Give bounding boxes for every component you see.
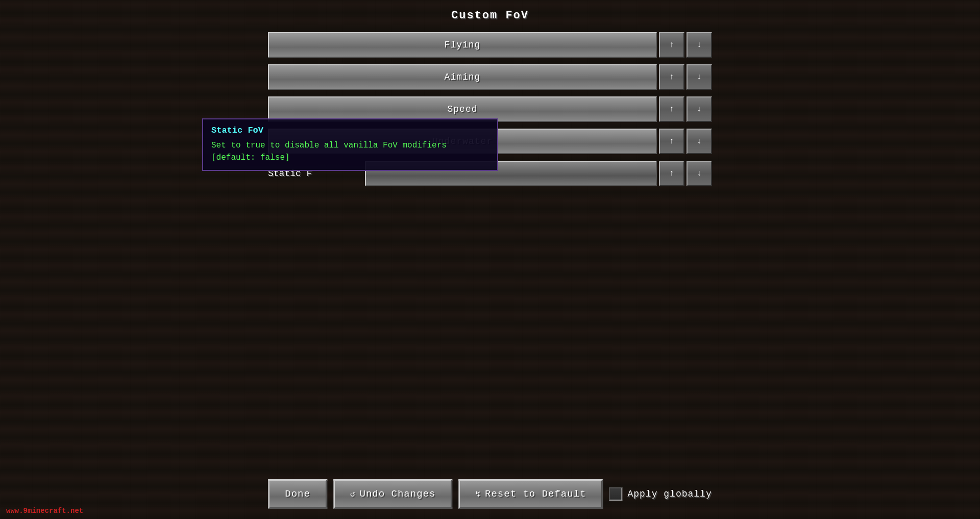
aiming-up-btn[interactable]: ↑: [659, 64, 684, 90]
tooltip-title: Static FoV: [211, 126, 489, 135]
flying-up-btn[interactable]: ↑: [659, 32, 684, 58]
down-arrow-icon: ↓: [697, 137, 702, 146]
down-arrow-icon: ↓: [697, 40, 702, 50]
underwater-down-btn[interactable]: ↓: [687, 129, 712, 154]
undo-icon: ↺: [350, 489, 356, 499]
up-arrow-icon: ↑: [669, 169, 674, 178]
undo-changes-button[interactable]: ↺ Undo Changes: [333, 479, 452, 509]
reset-to-default-button[interactable]: ↯ Reset to Default: [458, 479, 603, 509]
speed-up-btn[interactable]: ↑: [659, 96, 684, 122]
up-arrow-icon: ↑: [669, 105, 674, 114]
speed-down-btn[interactable]: ↓: [687, 96, 712, 122]
reset-to-default-label: Reset to Default: [485, 488, 586, 500]
tooltip-description: Set to true to disable all vanilla FoV m…: [211, 139, 489, 164]
underwater-up-btn[interactable]: ↑: [659, 129, 684, 154]
flying-down-btn[interactable]: ↓: [687, 32, 712, 58]
undo-changes-label: Undo Changes: [360, 488, 436, 500]
done-label: Done: [285, 488, 310, 500]
page-title: Custom FoV: [451, 9, 529, 22]
down-arrow-icon: ↓: [697, 105, 702, 114]
watermark: www.9minecraft.net: [6, 507, 83, 515]
down-arrow-icon: ↓: [697, 72, 702, 82]
tooltip: Static FoV Set to true to disable all va…: [202, 118, 498, 171]
setting-row-flying: Flying ↑ ↓: [268, 31, 712, 59]
down-arrow-icon: ↓: [697, 169, 702, 178]
apply-globally-checkbox[interactable]: [609, 487, 622, 501]
flying-button[interactable]: Flying: [268, 32, 657, 58]
aiming-down-btn[interactable]: ↓: [687, 64, 712, 90]
aiming-button[interactable]: Aiming: [268, 64, 657, 90]
reset-icon: ↯: [475, 489, 481, 499]
up-arrow-icon: ↑: [669, 40, 674, 50]
speed-button[interactable]: Speed: [268, 96, 657, 122]
up-arrow-icon: ↑: [669, 72, 674, 82]
setting-row-aiming: Aiming ↑ ↓: [268, 63, 712, 91]
apply-globally-label: Apply globally: [627, 489, 712, 499]
static-fov-up-btn[interactable]: ↑: [659, 161, 684, 186]
apply-globally-container[interactable]: Apply globally: [609, 487, 712, 501]
done-button[interactable]: Done: [268, 479, 327, 509]
up-arrow-icon: ↑: [669, 137, 674, 146]
bottom-bar: Done ↺ Undo Changes ↯ Reset to Default A…: [268, 479, 712, 509]
static-fov-down-btn[interactable]: ↓: [687, 161, 712, 186]
